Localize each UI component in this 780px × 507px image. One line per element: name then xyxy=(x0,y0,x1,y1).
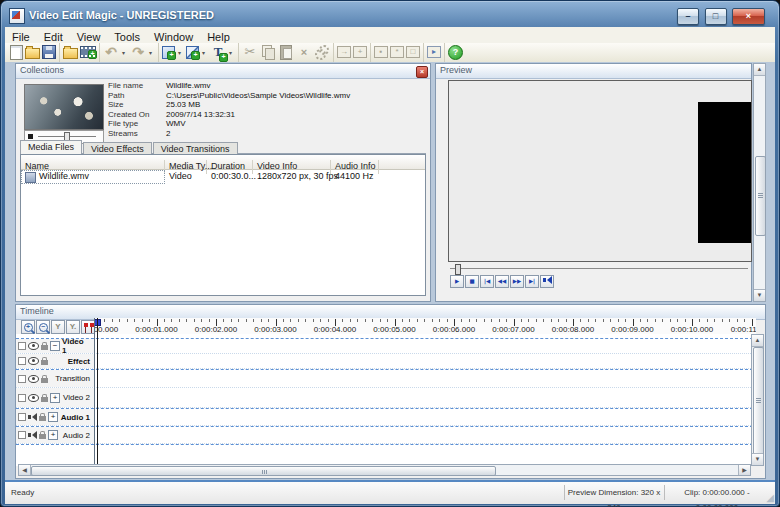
table-row[interactable]: Wildlife.wmvVideo0:00:30.0...1280x720 px… xyxy=(21,170,425,184)
scroll-down-icon[interactable]: ▼ xyxy=(752,453,763,465)
lock-icon[interactable] xyxy=(41,360,48,365)
track-lane[interactable] xyxy=(94,370,753,387)
new-collection-folder-button[interactable] xyxy=(62,43,79,63)
volume-button[interactable] xyxy=(540,275,554,288)
track-lane[interactable] xyxy=(94,388,753,407)
add-video-transition-button[interactable]: +▾ xyxy=(185,43,209,63)
track-lane[interactable] xyxy=(94,409,753,425)
track-enable-checkbox[interactable] xyxy=(18,357,26,365)
eye-icon[interactable] xyxy=(28,394,39,402)
scroll-up-icon[interactable]: ▲ xyxy=(754,64,765,76)
open-project-button[interactable] xyxy=(24,43,41,63)
track-lane[interactable] xyxy=(94,354,753,368)
track-name: Audio 1 xyxy=(61,413,94,422)
track-enable-checkbox[interactable] xyxy=(18,431,26,439)
title-bar[interactable]: Video Edit Magic - UNREGISTERED – □ × xyxy=(7,4,773,27)
preview-window-button[interactable]: ▪ xyxy=(373,43,389,63)
rewind-button[interactable]: ◀◀ xyxy=(495,275,509,288)
track-enable-checkbox[interactable] xyxy=(18,394,26,402)
timeline-vscrollbar[interactable]: ▲ ▼ xyxy=(751,334,764,466)
new-project-button[interactable] xyxy=(9,43,24,63)
add-video-transition-dropdown-icon[interactable]: ▾ xyxy=(199,44,208,62)
redo-dropdown-icon[interactable]: ▾ xyxy=(146,44,155,62)
cut-button[interactable]: ✂ xyxy=(241,43,259,63)
timeline-hscrollbar[interactable]: ◀ ▶ xyxy=(18,464,751,476)
save-project-button[interactable] xyxy=(41,43,57,63)
collections-header[interactable]: Collections × xyxy=(16,64,430,79)
eye-icon[interactable] xyxy=(28,342,39,350)
scrollbar-thumb[interactable] xyxy=(31,466,496,476)
markers-button[interactable] xyxy=(81,320,95,334)
track-lane[interactable] xyxy=(94,427,753,443)
lock-icon[interactable] xyxy=(41,345,48,350)
resize-grip[interactable]: ◢ xyxy=(766,493,774,503)
preview-header[interactable]: Preview xyxy=(436,64,751,79)
track-enable-checkbox[interactable] xyxy=(18,375,26,383)
zoom-selection-button[interactable]: Y. xyxy=(66,320,80,334)
app-window: Video Edit Magic - UNREGISTERED – □ × Fi… xyxy=(0,0,780,507)
paste-button[interactable] xyxy=(277,43,295,63)
redo-button[interactable]: ↷▾ xyxy=(129,43,156,63)
thumbnail-seek-slider[interactable] xyxy=(38,136,96,137)
undo-button[interactable]: ↶▾ xyxy=(102,43,129,63)
eye-icon[interactable] xyxy=(28,375,39,383)
scroll-down-icon[interactable]: ▼ xyxy=(754,289,765,301)
add-video-effect-button[interactable]: +▾ xyxy=(161,43,185,63)
add-to-timeline-button[interactable]: → xyxy=(336,43,352,63)
undo-icon: ↶ xyxy=(103,44,119,60)
ruler-time-label: 0:00:08.000 xyxy=(552,325,594,334)
preview-seek-thumb[interactable] xyxy=(455,264,461,275)
scroll-left-icon[interactable]: ◀ xyxy=(19,465,31,475)
make-movie-button[interactable]: ▸ xyxy=(426,43,442,63)
speaker-icon[interactable] xyxy=(28,431,37,439)
lock-icon[interactable] xyxy=(39,416,46,421)
split-media-button[interactable]: + xyxy=(352,43,368,63)
track-name: Video 1 xyxy=(62,337,94,355)
scrollbar-thumb[interactable] xyxy=(755,156,766,236)
maximize-button[interactable]: □ xyxy=(705,8,727,25)
lock-icon[interactable] xyxy=(39,434,46,439)
add-media-files-button[interactable]: + xyxy=(79,43,97,63)
properties-button[interactable] xyxy=(313,43,331,63)
eye-icon[interactable] xyxy=(28,357,39,365)
ruler-time-label: 0:00:07.000 xyxy=(492,325,534,334)
help-button[interactable]: ? xyxy=(447,43,464,63)
preview-seek-slider[interactable] xyxy=(450,268,748,269)
expand-toggle[interactable]: + xyxy=(48,412,58,422)
full-screen-button[interactable]: □ xyxy=(405,43,421,63)
minimize-button[interactable]: – xyxy=(677,8,699,25)
workspace-scrollbar[interactable]: ▲ ▼ xyxy=(753,63,766,302)
fast-forward-button[interactable]: ▶▶ xyxy=(510,275,524,288)
close-button[interactable]: × xyxy=(732,8,765,25)
zoom-in-button[interactable]: + xyxy=(21,320,35,334)
delete-button[interactable]: × xyxy=(295,43,313,63)
copy-button[interactable] xyxy=(259,43,277,63)
lock-icon[interactable] xyxy=(41,397,48,402)
play-button[interactable]: ▶ xyxy=(450,275,464,288)
collections-close-button[interactable]: × xyxy=(416,66,428,78)
add-video-effect-dropdown-icon[interactable]: ▾ xyxy=(175,44,184,62)
stop-button[interactable]: ■ xyxy=(465,275,479,288)
track-enable-checkbox[interactable] xyxy=(18,413,26,421)
expand-toggle[interactable]: + xyxy=(50,393,60,403)
add-text-title-button[interactable]: T+▾ xyxy=(209,43,236,63)
playhead-line[interactable] xyxy=(97,318,98,466)
scrollbar-thumb[interactable] xyxy=(753,347,764,455)
track-lane[interactable] xyxy=(94,339,753,353)
track-enable-checkbox[interactable] xyxy=(18,342,26,350)
speaker-icon[interactable] xyxy=(28,413,37,421)
scroll-right-icon[interactable]: ▶ xyxy=(738,465,750,475)
zoom-out-button[interactable]: − xyxy=(36,320,50,334)
lock-icon[interactable] xyxy=(41,378,48,383)
expand-toggle[interactable]: + xyxy=(48,430,58,440)
zoom-to-fit-button[interactable]: Y xyxy=(51,320,65,334)
scroll-up-icon[interactable]: ▲ xyxy=(752,335,763,347)
timeline-ruler[interactable]: 0:00:00.0000:00:01.0000:00:02.0000:00:03… xyxy=(94,318,756,335)
rewind-to-start-button[interactable]: |◀ xyxy=(480,275,494,288)
undo-dropdown-icon[interactable]: ▾ xyxy=(119,44,128,62)
help-icon: ? xyxy=(448,45,463,60)
properties-icon xyxy=(314,44,330,60)
forward-to-end-button[interactable]: ▶| xyxy=(525,275,539,288)
expand-toggle[interactable]: − xyxy=(50,341,60,351)
capture-frame-button[interactable]: * xyxy=(389,43,405,63)
